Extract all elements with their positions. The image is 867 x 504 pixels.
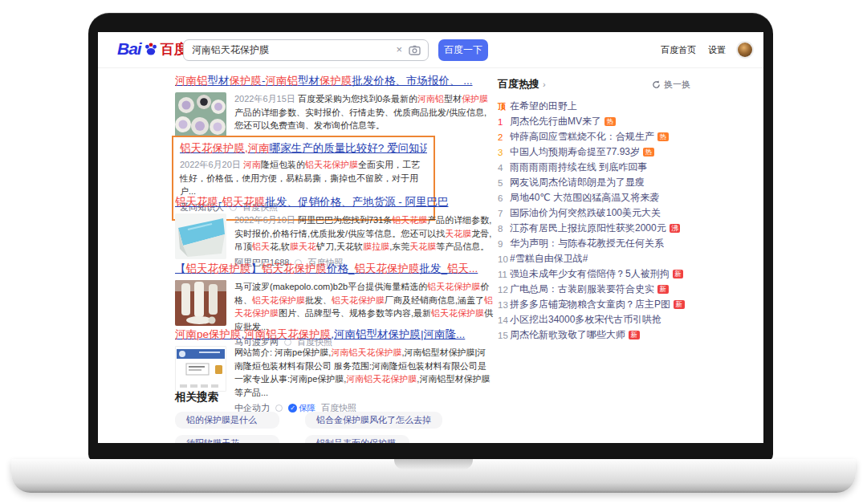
hot-search-panel: 百度热搜 › 换一换 顶在希望的田野上1周杰伦先行曲MV来了热2钟薛高回应雪糕烧… — [498, 77, 690, 343]
rank-number: 13 — [498, 300, 510, 310]
chevron-right-icon: › — [543, 79, 546, 89]
hot-search-text: 雨雨雨雨雨持续在线 到底咋回事 — [510, 161, 647, 174]
laptop-mockup: Bai 百度 × — [0, 0, 867, 504]
rank-number: 10 — [498, 254, 510, 264]
hot-badge-icon: 新 — [674, 300, 685, 309]
related-search-pill[interactable]: 铝制品表面的保护膜 — [305, 435, 409, 443]
hot-search-text: 周杰伦先行曲MV来了 — [510, 115, 601, 128]
search-result: 铝天花膜-铝天花膜批发、促销价格、产地货源 - 阿里巴巴 2022年6月10日 … — [175, 195, 495, 269]
hot-search-item[interactable]: 11强迫未成年少女有偿陪侍？5人被刑拘新 — [498, 266, 690, 282]
hot-search-item[interactable]: 13拼多多店铺宠物粮含女童肉？店主P图新 — [498, 297, 690, 312]
camera-search-icon[interactable] — [409, 45, 421, 55]
nav-settings[interactable]: 设置 — [708, 44, 726, 56]
hot-search-text: 广电总局：古装剧服装要符合史实 — [510, 282, 654, 296]
rank-number: 12 — [498, 285, 510, 295]
hot-search-text: 周杰伦新歌致敬了哪些大师 — [510, 328, 625, 342]
hot-search-list: 顶在希望的田野上1周杰伦先行曲MV来了热2钟薛高回应雪糕烧不化：合规生产热3中国… — [498, 99, 690, 343]
top-pin-icon: 顶 — [498, 101, 510, 112]
hot-search-item[interactable]: 8江苏有居民上报抗原阳性获奖2000元沸 — [498, 221, 690, 236]
hot-search-text: #雪糕自由保卫战# — [510, 252, 588, 266]
hot-search-title[interactable]: 百度热搜 — [498, 77, 539, 91]
hot-search-text: 中国人均预期寿命提至77.93岁 — [510, 145, 640, 159]
result-description: 马可波罗(makepolo.com)b2b平台提供海量精选的铝天花保护膜价格、铝… — [234, 280, 495, 333]
hot-search-item[interactable]: 12广电总局：古装剧服装要符合史实新 — [498, 282, 690, 297]
hot-search-text: 强迫未成年少女有偿陪侍？5人被刑拘 — [510, 267, 670, 281]
rank-number: 2 — [498, 132, 510, 142]
hot-search-item[interactable]: 1周杰伦先行曲MV来了热 — [498, 114, 690, 129]
result-thumbnail[interactable] — [175, 346, 226, 392]
top-nav: 百度首页 设置 — [661, 43, 752, 57]
baidu-paw-icon — [142, 40, 160, 58]
hot-search-item[interactable]: 14小区挖出34000多枚宋代古币引哄抢 — [498, 312, 690, 327]
result-title-link[interactable]: 铝天花膜-铝天花膜批发、促销价格、产地货源 - 阿里巴巴 — [175, 195, 495, 209]
hot-search-item[interactable]: 5网友说周杰伦请郎朗是为了显瘦 — [498, 175, 690, 190]
hot-search-item[interactable]: 10#雪糕自由保卫战# — [498, 251, 690, 266]
user-avatar[interactable] — [738, 43, 752, 57]
laptop-base-notch — [394, 459, 473, 469]
rank-number: 4 — [498, 163, 510, 173]
rank-number: 9 — [498, 239, 510, 249]
related-searches-title: 相关搜索 — [175, 390, 512, 404]
laptop-base — [11, 459, 856, 493]
related-searches: 相关搜索 铝的保护膜是什么铝合金保护膜风化了怎么去掉德阳软膜天花铝制品表面的保护… — [175, 390, 512, 443]
hot-badge-icon: 新 — [673, 270, 684, 278]
result-thumbnail[interactable] — [175, 213, 226, 259]
hot-badge-icon: 热 — [657, 132, 669, 141]
nav-baidu-home[interactable]: 百度首页 — [661, 44, 696, 56]
hot-search-item[interactable]: 9华为声明：与陈春花教授无任何关系 — [498, 236, 690, 251]
hot-search-text: 在希望的田野上 — [510, 100, 577, 113]
hot-search-item[interactable]: 顶在希望的田野上 — [498, 99, 690, 114]
hot-search-item[interactable]: 2钟薛高回应雪糕烧不化：合规生产热 — [498, 129, 690, 144]
rank-number: 3 — [498, 148, 510, 157]
browser-screen: Bai 百度 × — [98, 32, 763, 443]
result-title-link[interactable]: 河南pe保护膜,河南铝天花保护膜,河南铝型材保护膜|河南隆... — [175, 327, 495, 342]
hot-search-text: 网友说周杰伦请郎朗是为了显瘦 — [510, 176, 645, 189]
hot-search-item[interactable]: 3中国人均预期寿命提至77.93岁热 — [498, 144, 690, 160]
rank-number: 7 — [498, 209, 510, 218]
result-description: 2022年6月10日 阿里巴巴为您找到731条铝天花膜产品的详细参数,实时报价,… — [234, 213, 495, 254]
hot-search-text: 拼多多店铺宠物粮含女童肉？店主P图 — [510, 298, 670, 311]
rank-number: 6 — [498, 193, 510, 203]
result-description: 2022年6月20日 河南隆烜包装的铝天花保护膜全面实用，工艺性好，价格低，使用… — [180, 158, 427, 198]
search-input[interactable] — [192, 40, 385, 60]
result-title-link[interactable]: 铝天花保护膜,河南哪家生产的质量比较好? 爱问知识人 — [180, 141, 427, 156]
hot-search-text: 江苏有居民上报抗原阳性获奖2000元 — [510, 222, 666, 235]
hot-search-text: 小区挖出34000多枚宋代古币引哄抢 — [510, 313, 661, 327]
related-search-pill[interactable]: 铝的保护膜是什么 — [175, 412, 279, 429]
rank-number: 5 — [498, 178, 510, 188]
rank-number: 11 — [498, 270, 510, 279]
related-search-pills: 铝的保护膜是什么铝合金保护膜风化了怎么去掉德阳软膜天花铝制品表面的保护膜 — [175, 412, 512, 443]
search-box[interactable]: × — [183, 39, 429, 61]
hot-search-text: 钟薛高回应雪糕烧不化：合规生产 — [510, 130, 654, 144]
result-description: 2022年6月15日 百度爱采购为您找到0条最新的河南铝型材保护膜产品的详细参数… — [234, 92, 495, 132]
hot-badge-icon: 新 — [657, 285, 669, 294]
rank-number: 15 — [498, 331, 510, 340]
result-thumbnail[interactable] — [175, 280, 226, 326]
result-title-link[interactable]: 河南铝型材保护膜-河南铝型材保护膜批发价格、市场报价、 ... — [175, 74, 495, 88]
rank-number: 14 — [498, 315, 510, 325]
baidu-logo[interactable]: Bai 百度 — [117, 39, 188, 59]
rank-number: 8 — [498, 224, 510, 234]
laptop-screen-bezel: Bai 百度 × — [88, 13, 773, 462]
hot-badge-icon: 新 — [629, 331, 640, 339]
result-title-link[interactable]: 【铝天花保护膜】铝天花保护膜价格_铝天花保护膜批发_铝天... — [175, 262, 495, 276]
clear-search-icon[interactable]: × — [396, 43, 402, 55]
hot-search-item[interactable]: 6局地40℃ 大范围凶猛高温又将来袭 — [498, 190, 690, 205]
rank-number: 1 — [498, 117, 510, 127]
related-search-pill[interactable]: 德阳软膜天花 — [175, 435, 279, 443]
refresh-button[interactable]: 换一换 — [652, 79, 690, 91]
hot-badge-icon: 热 — [643, 148, 654, 156]
search-button[interactable]: 百度一下 — [438, 39, 488, 61]
hot-search-text: 局地40℃ 大范围凶猛高温又将来袭 — [510, 191, 659, 205]
hot-badge-icon: 热 — [604, 117, 616, 126]
hot-search-item[interactable]: 7国际油价为何突然跌破100美元大关 — [498, 205, 690, 221]
hot-search-text: 国际油价为何突然跌破100美元大关 — [510, 206, 661, 220]
refresh-icon — [652, 80, 661, 89]
baidu-logo-bai: Bai — [117, 39, 141, 59]
hot-search-item[interactable]: 15周杰伦新歌致敬了哪些大师新 — [498, 327, 690, 343]
related-search-pill[interactable]: 铝合金保护膜风化了怎么去掉 — [305, 412, 442, 429]
hot-badge-icon: 沸 — [670, 224, 681, 233]
result-thumbnail[interactable] — [175, 92, 226, 138]
hot-search-item[interactable]: 4雨雨雨雨雨持续在线 到底咋回事 — [498, 160, 690, 175]
hot-search-text: 华为声明：与陈春花教授无任何关系 — [510, 237, 664, 250]
